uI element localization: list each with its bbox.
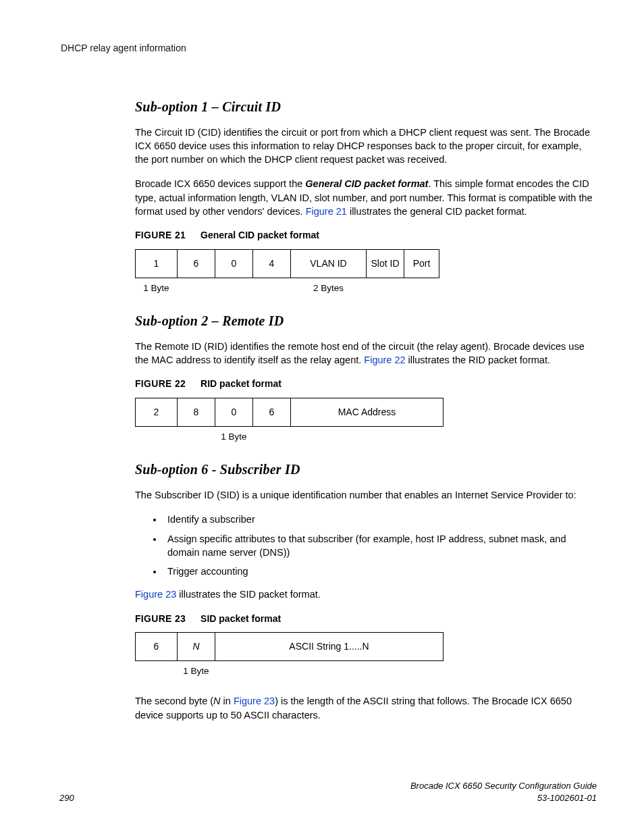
figure-21-diagram: 1 6 0 4 VLAN ID Slot ID Port 1 Byte 2 By… xyxy=(135,249,597,295)
sid-packet-table: 6 N ASCII String 1.....N 1 Byte xyxy=(135,632,444,678)
sid-cell-n: N xyxy=(178,633,215,661)
page-footer: 290 Brocade ICX 6650 Security Configurat… xyxy=(59,780,597,804)
running-header: DHCP relay agent information xyxy=(61,42,597,55)
bold-term-general-cid: General CID packet format xyxy=(305,178,428,189)
page-number: 290 xyxy=(59,792,74,804)
text: illustrates the general CID packet forma… xyxy=(347,206,527,217)
figure-23-diagram: 6 N ASCII String 1.....N 1 Byte xyxy=(135,632,597,678)
sid-bullets: Identify a subscriber Assign specific at… xyxy=(135,513,597,578)
rid-cell-mac: MAC Address xyxy=(291,398,444,427)
heading-suboption-6: Sub-option 6 - Subscriber ID xyxy=(135,460,597,479)
heading-suboption-2: Sub-option 2 – Remote ID xyxy=(135,311,597,330)
cid-cell-slot-id: Slot ID xyxy=(367,249,404,278)
para-cid-intro: The Circuit ID (CID) identifies the circ… xyxy=(135,126,597,167)
rid-cell-type: 2 xyxy=(136,398,178,427)
cid-packet-table: 1 6 0 4 VLAN ID Slot ID Port 1 Byte 2 By… xyxy=(135,249,439,295)
figure-title: General CID packet format xyxy=(200,230,319,240)
figure-label: FIGURE 22 xyxy=(135,378,186,389)
main-content: Sub-option 1 – Circuit ID The Circuit ID… xyxy=(135,97,597,722)
figure-label: FIGURE 23 xyxy=(135,613,186,624)
rid-cell-0: 0 xyxy=(215,398,253,427)
figure-23-caption: FIGURE 23SID packet format xyxy=(135,613,597,626)
doc-id: Brocade ICX 6650 Security Configuration … xyxy=(410,780,597,804)
rid-cell-len: 8 xyxy=(178,398,215,427)
link-figure-23-inline[interactable]: Figure 23 xyxy=(234,696,275,706)
cid-cell-vlan-id: VLAN ID xyxy=(291,249,367,278)
text: illustrates the RID packet format. xyxy=(406,355,550,365)
cid-cell-port: Port xyxy=(404,249,439,278)
figure-22-diagram: 2 8 0 6 MAC Address 1 Byte xyxy=(135,398,597,444)
doc-title: Brocade ICX 6650 Security Configuration … xyxy=(410,780,597,792)
cid-cell-0: 0 xyxy=(215,249,253,278)
list-item: Assign specific attributes to that subsc… xyxy=(163,532,597,560)
text: illustrates the SID packet format. xyxy=(176,589,321,600)
para-sid-figref: Figure 23 illustrates the SID packet for… xyxy=(135,588,597,601)
rid-packet-table: 2 8 0 6 MAC Address 1 Byte xyxy=(135,398,444,444)
para-rid: The Remote ID (RID) identifies the remot… xyxy=(135,340,597,367)
sid-cell-ascii: ASCII String 1.....N xyxy=(215,633,444,661)
link-figure-23[interactable]: Figure 23 xyxy=(135,589,176,600)
list-item: Identify a subscriber xyxy=(163,513,597,526)
cid-under-1byte: 1 Byte xyxy=(136,278,178,294)
rid-under-1byte: 1 Byte xyxy=(215,427,253,444)
page: DHCP relay agent information Sub-option … xyxy=(0,0,644,834)
sid-cell-type: 6 xyxy=(136,633,178,661)
cid-cell-len: 6 xyxy=(178,249,215,278)
para-sid-intro: The Subscriber ID (SID) is a unique iden… xyxy=(135,488,597,502)
list-item: Trigger accounting xyxy=(163,565,597,578)
cid-cell-4: 4 xyxy=(253,249,291,278)
n-var: N xyxy=(213,696,220,706)
link-figure-22[interactable]: Figure 22 xyxy=(364,355,405,365)
heading-suboption-1: Sub-option 1 – Circuit ID xyxy=(135,97,597,116)
text: The second byte ( xyxy=(135,696,213,706)
doc-number: 53-1002601-01 xyxy=(410,792,597,804)
text: Brocade ICX 6650 devices support the xyxy=(135,178,305,189)
text: in xyxy=(221,696,234,706)
figure-21-caption: FIGURE 21General CID packet format xyxy=(135,229,597,242)
para-cid-format: Brocade ICX 6650 devices support the Gen… xyxy=(135,177,597,218)
figure-title: SID packet format xyxy=(200,613,281,624)
rid-cell-6: 6 xyxy=(253,398,291,427)
sid-under-1byte: 1 Byte xyxy=(178,661,215,678)
figure-22-caption: FIGURE 22RID packet format xyxy=(135,377,597,391)
para-sid-second-byte: The second byte (N in Figure 23) is the … xyxy=(135,694,597,722)
figure-title: RID packet format xyxy=(200,378,281,389)
link-figure-21[interactable]: Figure 21 xyxy=(306,206,347,217)
cid-cell-type: 1 xyxy=(136,249,178,278)
figure-label: FIGURE 21 xyxy=(135,230,186,240)
cid-under-2bytes: 2 Bytes xyxy=(291,278,367,294)
